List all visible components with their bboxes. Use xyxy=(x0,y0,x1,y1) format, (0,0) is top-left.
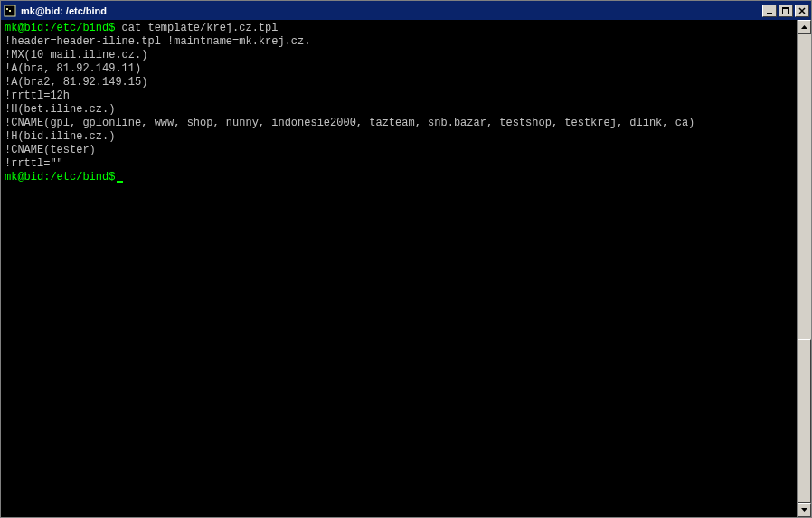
svg-marker-8 xyxy=(801,25,807,29)
window-body: mk@bid:/etc/bind$ cat template/krej.cz.t… xyxy=(0,20,812,518)
terminal-output[interactable]: mk@bid:/etc/bind$ cat template/krej.cz.t… xyxy=(1,20,797,517)
svg-rect-5 xyxy=(782,7,789,9)
output-line: !H(bid.iline.cz.) xyxy=(5,130,793,144)
scroll-thumb[interactable] xyxy=(798,339,811,503)
scroll-up-button[interactable] xyxy=(798,20,811,34)
vertical-scrollbar[interactable] xyxy=(797,20,811,517)
maximize-button[interactable] xyxy=(779,5,793,17)
command-text: cat template/krej.cz.tpl xyxy=(115,22,278,34)
output-line: !MX(10 mail.iline.cz.) xyxy=(5,49,793,62)
app-icon xyxy=(3,4,17,18)
svg-rect-2 xyxy=(9,10,11,12)
output-line: !CNAME(tester) xyxy=(5,144,793,157)
output-line: !H(bet.iline.cz.) xyxy=(5,103,793,117)
svg-rect-3 xyxy=(767,13,772,14)
output-line: !rrttl="" xyxy=(5,157,793,171)
close-button[interactable] xyxy=(795,5,809,17)
scroll-down-button[interactable] xyxy=(798,503,811,517)
window-titlebar[interactable]: mk@bid: /etc/bind xyxy=(0,0,812,20)
cursor xyxy=(117,181,123,183)
svg-rect-1 xyxy=(6,8,8,10)
shell-prompt: mk@bid:/etc/bind$ xyxy=(5,171,115,184)
shell-prompt: mk@bid:/etc/bind$ xyxy=(5,22,115,34)
output-line: !A(bra2, 81.92.149.15) xyxy=(5,76,793,89)
scroll-track[interactable] xyxy=(798,34,811,503)
window-title: mk@bid: /etc/bind xyxy=(21,5,762,16)
output-line: !CNAME(gpl, gplonline, www, shop, nunny,… xyxy=(5,117,793,130)
svg-marker-9 xyxy=(801,508,807,512)
output-line: !header=header-iline.tpl !maintname=mk.k… xyxy=(5,35,793,49)
output-line: !rrttl=12h xyxy=(5,89,793,103)
output-line: !A(bra, 81.92.149.11) xyxy=(5,62,793,76)
minimize-button[interactable] xyxy=(762,5,777,17)
window-controls xyxy=(762,5,809,17)
